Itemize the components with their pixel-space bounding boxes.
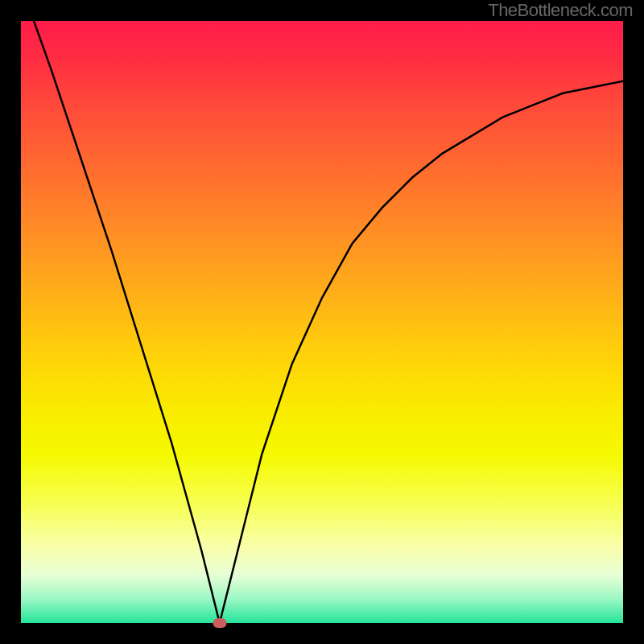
bottleneck-curve-path (21, 21, 623, 623)
chart-frame: TheBottleneck.com (0, 0, 644, 644)
optimum-marker (213, 618, 226, 628)
plot-area (21, 21, 623, 623)
watermark-text: TheBottleneck.com (488, 0, 633, 21)
curve-svg (21, 21, 623, 623)
